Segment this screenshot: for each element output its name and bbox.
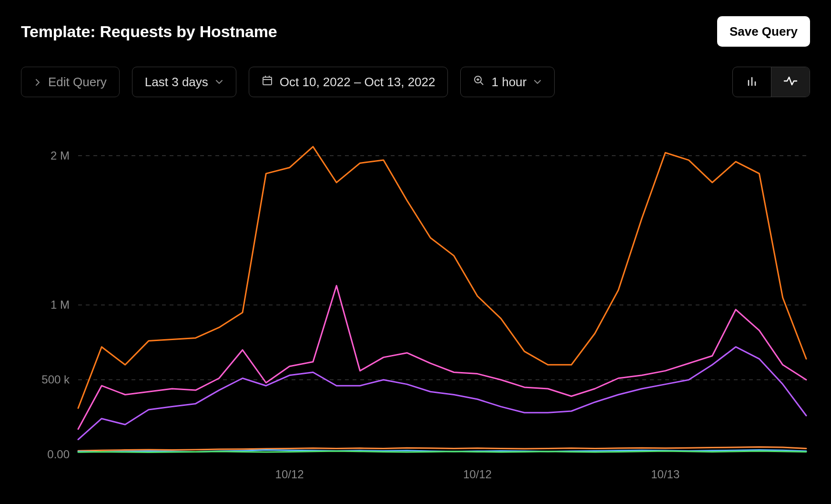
svg-line-5 [481, 82, 484, 85]
y-axis-tick-label: 2 M [51, 149, 70, 162]
edit-query-label: Edit Query [48, 75, 107, 90]
save-query-label: Save Query [730, 24, 798, 39]
zoom-in-icon [473, 75, 485, 90]
date-range-label: Oct 10, 2022 – Oct 13, 2022 [280, 75, 436, 90]
svg-rect-0 [263, 77, 272, 85]
x-axis-tick-label: 10/13 [651, 468, 679, 481]
interval-select[interactable]: 1 hour [460, 67, 555, 97]
edit-query-button[interactable]: Edit Query [21, 67, 120, 97]
calendar-icon [262, 75, 273, 90]
time-range-label: Last 3 days [145, 75, 208, 90]
chart[interactable]: 0.00500 k1 M2 M10/1210/1210/13 [21, 111, 810, 493]
time-range-select[interactable]: Last 3 days [132, 67, 236, 97]
x-axis-tick-label: 10/12 [463, 468, 492, 481]
chevron-down-icon [215, 75, 223, 90]
y-axis-tick-label: 500 k [41, 373, 70, 386]
date-range-picker[interactable]: Oct 10, 2022 – Oct 13, 2022 [249, 67, 448, 97]
y-axis-tick-label: 0.00 [47, 448, 70, 461]
series-line-host-f [78, 451, 806, 453]
save-query-button[interactable]: Save Query [717, 16, 810, 47]
series-line-host-a [78, 147, 806, 408]
series-line-host-b [78, 286, 806, 429]
x-axis-tick-label: 10/12 [275, 468, 304, 481]
line-chart-toggle[interactable] [771, 67, 810, 97]
interval-label: 1 hour [491, 75, 527, 90]
bar-chart-icon [746, 75, 758, 89]
chevron-down-icon [533, 75, 542, 90]
bar-chart-toggle[interactable] [733, 67, 771, 97]
line-chart-icon [783, 75, 798, 89]
y-axis-tick-label: 1 M [51, 298, 70, 311]
page-title: Template: Requests by Hostname [21, 22, 277, 41]
chart-type-toggle [732, 67, 810, 97]
chevron-right-icon [34, 75, 41, 90]
